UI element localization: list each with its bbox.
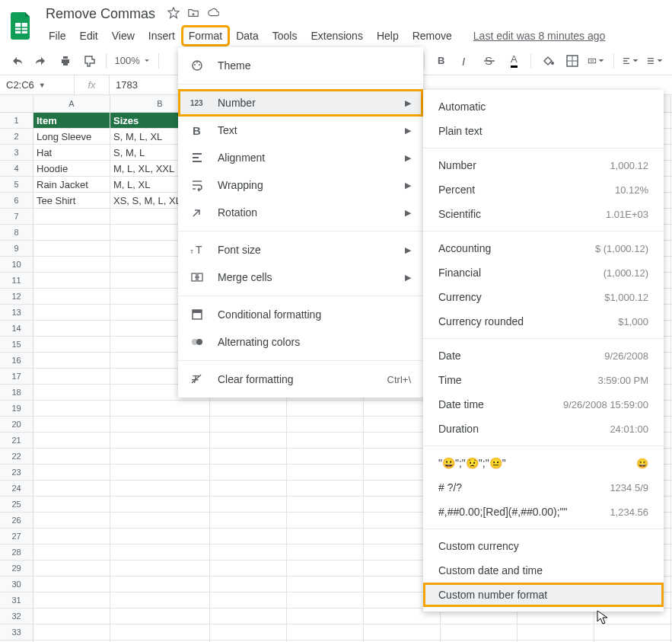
row-header[interactable]: 27 [0,529,33,544]
menu-tools[interactable]: Tools [266,27,304,45]
row-header[interactable]: 10 [0,257,33,272]
number-format-time[interactable]: Time3:59:00 PM [423,368,664,392]
format-menu-alignment[interactable]: Alignment▶ [178,144,423,171]
row-header[interactable]: 4 [0,161,33,176]
format-menu-conditional-formatting[interactable]: Conditional formatting [178,301,423,328]
row-header[interactable]: 19 [0,401,33,416]
row-header[interactable]: 25 [0,497,33,512]
cell[interactable] [110,433,210,448]
cell[interactable] [210,592,287,608]
cell[interactable] [287,465,364,480]
cell[interactable] [110,608,210,624]
row-header[interactable]: 7 [0,209,33,224]
cell[interactable] [33,449,110,464]
strike-button[interactable] [481,52,499,70]
cell[interactable] [33,545,110,560]
cell[interactable]: Hat [33,145,110,160]
cell[interactable] [364,624,441,640]
row-header[interactable]: 23 [0,465,33,480]
move-icon[interactable] [187,7,199,21]
number-format-[interactable]: # ?/?1234 5/9 [423,475,664,500]
number-format-plain-text[interactable]: Plain text [423,119,664,143]
row-header[interactable]: 26 [0,513,33,528]
cloud-status-icon[interactable] [207,7,219,21]
menu-remove[interactable]: Remove [406,27,458,45]
cell[interactable]: Hoodie [33,161,110,176]
cell[interactable] [110,624,210,640]
cell[interactable] [33,289,110,304]
borders-button[interactable] [563,52,581,70]
cell[interactable] [210,624,287,640]
row-header[interactable]: 21 [0,433,33,448]
cell[interactable] [33,481,110,496]
row-header[interactable]: 13 [0,305,33,320]
cell[interactable] [210,513,287,528]
row-header[interactable]: 2 [0,129,33,144]
menu-file[interactable]: File [43,27,72,45]
cell[interactable] [110,465,210,480]
row-header[interactable]: 32 [0,608,33,624]
row-header[interactable]: 28 [0,545,33,560]
cell[interactable] [210,529,287,544]
cell[interactable] [518,624,594,640]
cell[interactable] [287,417,364,432]
row-header[interactable]: 29 [0,561,33,576]
cell[interactable] [33,305,110,320]
doc-title[interactable]: Remove Commas [43,5,158,24]
format-menu-merge-cells[interactable]: Merge cells▶ [178,264,423,291]
cell[interactable]: Long Sleeve [33,129,110,144]
row-header[interactable]: 24 [0,481,33,496]
italic-button[interactable] [457,52,475,70]
number-format-accounting[interactable]: Accounting$ (1,000.12) [423,236,664,260]
cell[interactable] [110,497,210,512]
fill-color-button[interactable] [539,52,557,70]
cell[interactable] [33,241,110,256]
cell[interactable] [287,624,364,640]
cell[interactable] [210,497,287,512]
cell[interactable] [287,481,364,496]
row-header[interactable]: 8 [0,225,33,240]
number-format-currency-rounded[interactable]: Currency rounded$1,000 [423,309,664,334]
cell[interactable] [33,433,110,448]
cell[interactable] [287,513,364,528]
cell[interactable] [287,608,364,624]
cell[interactable] [33,369,110,384]
cell[interactable] [287,529,364,544]
number-format-custom-date-and-time[interactable]: Custom date and time [423,558,664,583]
row-header[interactable]: 30 [0,577,33,592]
number-format-date[interactable]: Date9/26/2008 [423,343,664,368]
cell[interactable] [33,353,110,368]
cell[interactable] [33,273,110,288]
menu-edit[interactable]: Edit [74,27,104,45]
number-format-financial[interactable]: Financial(1,000.12) [423,260,664,285]
last-edit-link[interactable]: Last edit was 8 minutes ago [467,27,612,45]
cell[interactable] [287,401,364,416]
row-header[interactable]: 6 [0,193,33,208]
cell[interactable] [110,401,210,416]
menu-extensions[interactable]: Extensions [304,27,368,45]
format-menu-font-size[interactable]: Font size▶ [178,236,423,264]
cell[interactable] [110,561,210,576]
cell[interactable] [210,561,287,576]
cell[interactable] [210,577,287,592]
menu-format[interactable]: Format [183,27,228,45]
cell[interactable] [287,497,364,512]
cell[interactable] [33,401,110,416]
merge-button[interactable] [588,52,606,70]
cell[interactable] [210,608,287,624]
row-header[interactable]: 17 [0,369,33,384]
row-header[interactable]: 15 [0,337,33,352]
cell[interactable] [33,561,110,576]
number-format-number[interactable]: Number1,000.12 [423,153,664,177]
number-format-[interactable]: "😀";"😟";"😐"😀 [423,451,664,475]
cell[interactable] [287,577,364,592]
cell[interactable] [33,417,110,432]
menu-help[interactable]: Help [371,27,405,45]
row-header[interactable]: 3 [0,145,33,160]
cell[interactable] [287,433,364,448]
number-format-percent[interactable]: Percent10.12% [423,177,664,202]
cell[interactable] [110,481,210,496]
number-format-custom-currency[interactable]: Custom currency [423,534,664,558]
row-header[interactable]: 5 [0,177,33,192]
number-format-automatic[interactable]: Automatic [423,94,664,119]
